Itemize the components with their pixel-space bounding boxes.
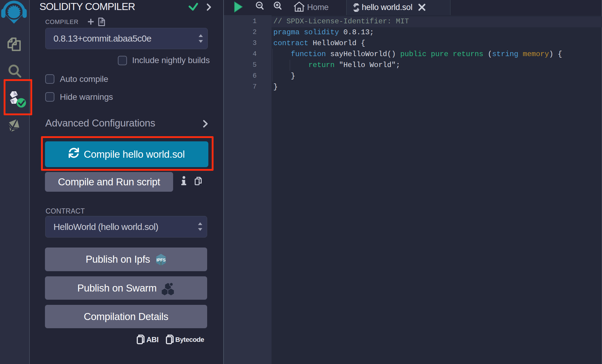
svg-text:IPFS: IPFS xyxy=(156,258,166,262)
